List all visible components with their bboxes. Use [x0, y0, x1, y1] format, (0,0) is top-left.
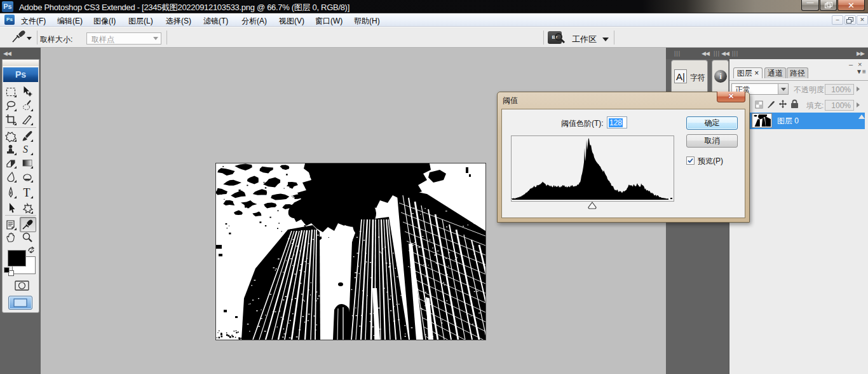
svg-text:S: S	[23, 144, 28, 155]
svg-text:T: T	[24, 186, 31, 199]
